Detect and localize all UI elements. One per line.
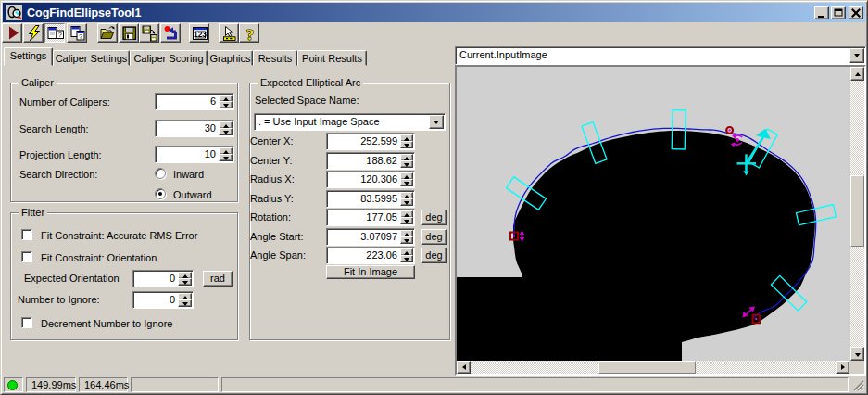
svg-text:?: ?	[246, 26, 255, 43]
svg-text:123: 123	[194, 30, 207, 39]
svg-text:?: ?	[58, 31, 62, 39]
svg-text:?: ?	[79, 32, 82, 41]
